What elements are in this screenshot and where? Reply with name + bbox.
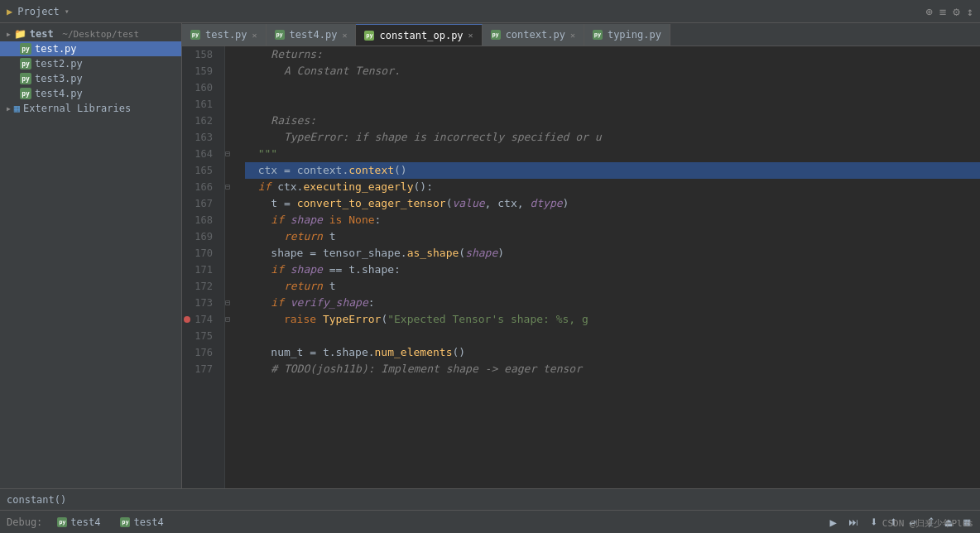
code-line-173: if verify_shape: bbox=[245, 295, 980, 311]
py-icon-debug1: py bbox=[57, 517, 67, 527]
tab-label: test4.py bbox=[290, 29, 338, 41]
code-line-174: raise TypeError("Expected Tensor's shape… bbox=[245, 311, 980, 328]
code-line-171: if shape == t.shape: bbox=[245, 262, 980, 278]
line-numbers: 158 159 160 161 162 163 164 165 166 167 … bbox=[182, 46, 225, 488]
fold-gutter: ⊟ ⊟ ⊟ ⊟ bbox=[225, 46, 238, 488]
debug-tab-test4-1[interactable]: py test4 bbox=[52, 511, 105, 533]
tabs-bar: py test.py ✕ py test4.py ✕ py constant_o… bbox=[182, 23, 980, 46]
code-line-172: return t bbox=[245, 278, 980, 295]
step-over-icon[interactable]: ⏭ bbox=[845, 515, 862, 530]
tab-label: context.py bbox=[506, 29, 565, 41]
debug-tab-test4-2[interactable]: py test4 bbox=[115, 511, 168, 533]
debug-tab-label2: test4 bbox=[133, 516, 163, 528]
root-folder-name: test bbox=[30, 28, 54, 40]
sidebar: ▶ 📁 test ~/Desktop/test py test.py py te… bbox=[0, 23, 182, 488]
sidebar-item-test-py[interactable]: py test.py bbox=[0, 41, 181, 56]
project-dropdown-icon[interactable]: ▾ bbox=[65, 7, 70, 16]
folder-icon: 📁 bbox=[14, 28, 26, 40]
top-action-icons: ⊕ ≡ ⚙ ↕ bbox=[925, 5, 973, 18]
tab-close-test-py[interactable]: ✕ bbox=[252, 31, 257, 40]
py-icon-tab3: py bbox=[364, 31, 374, 41]
py-icon-tab2: py bbox=[275, 30, 285, 40]
tab-label: test.py bbox=[205, 29, 247, 41]
sidebar-item-test3-py[interactable]: py test3.py bbox=[0, 71, 181, 86]
py-icon-debug2: py bbox=[120, 517, 130, 527]
settings-icon[interactable]: ⚙ bbox=[953, 5, 959, 18]
file-label: test2.py bbox=[35, 58, 83, 70]
code-line-164: """ bbox=[245, 146, 980, 162]
top-bar: ▶ Project ▾ ⊕ ≡ ⚙ ↕ bbox=[0, 0, 980, 23]
tab-context-py[interactable]: py context.py ✕ bbox=[483, 24, 584, 46]
py-icon-tab: py bbox=[190, 30, 200, 40]
resume-icon[interactable]: ▶ bbox=[827, 514, 840, 531]
split-icon[interactable]: ↕ bbox=[967, 5, 973, 18]
file-label: test.py bbox=[35, 43, 77, 55]
expand-icon: ▶ bbox=[7, 31, 11, 38]
py-icon-tab5: py bbox=[593, 30, 603, 40]
root-folder[interactable]: ▶ 📁 test ~/Desktop/test bbox=[0, 26, 181, 41]
code-line-160 bbox=[245, 79, 980, 96]
code-line-165: ctx = context.context() bbox=[245, 162, 980, 179]
code-line-168: if shape is None: bbox=[245, 212, 980, 228]
code-line-161 bbox=[245, 96, 980, 113]
tab-close-constant-op-py[interactable]: ✕ bbox=[468, 31, 473, 40]
tab-typing-py[interactable]: py typing.py bbox=[584, 24, 670, 46]
code-editor[interactable]: 158 159 160 161 162 163 164 165 166 167 … bbox=[182, 46, 980, 488]
code-line-169: return t bbox=[245, 228, 980, 245]
tab-constant-op-py[interactable]: py constant_op.py ✕ bbox=[356, 24, 482, 46]
external-libraries[interactable]: ▶ ▦ External Libraries bbox=[0, 101, 181, 116]
step-into-icon[interactable]: ⬇ bbox=[867, 512, 882, 531]
py-icon-test3: py bbox=[20, 73, 31, 84]
py-icon-test4: py bbox=[20, 88, 31, 99]
status-bar: constant() bbox=[0, 488, 980, 510]
tab-close-context-py[interactable]: ✕ bbox=[570, 31, 575, 40]
code-line-175 bbox=[245, 328, 980, 344]
code-line-167: t = convert_to_eager_tensor(value, ctx, … bbox=[245, 195, 980, 212]
tab-label: constant_op.py bbox=[379, 30, 463, 41]
py-icon-test2: py bbox=[20, 58, 31, 70]
main-area: ▶ 📁 test ~/Desktop/test py test.py py te… bbox=[0, 23, 980, 488]
sidebar-item-test2-py[interactable]: py test2.py bbox=[0, 56, 181, 71]
py-icon-test: py bbox=[20, 43, 31, 55]
watermark: CSDN @归来少年Plus bbox=[882, 517, 973, 530]
editor-area: py test.py ✕ py test4.py ✕ py constant_o… bbox=[182, 23, 980, 488]
expand-icon-ext: ▶ bbox=[7, 105, 11, 113]
code-line-177: # TODO(josh11b): Implement shape -> eage… bbox=[245, 361, 980, 377]
code-line-158: Returns: bbox=[245, 46, 980, 63]
project-label[interactable]: Project bbox=[17, 6, 60, 17]
debug-tab-label: test4 bbox=[70, 516, 100, 528]
debug-label: Debug: bbox=[7, 516, 42, 528]
code-line-162: Raises: bbox=[245, 113, 980, 129]
bar-chart-icon: ▦ bbox=[14, 103, 20, 114]
code-line-159: A Constant Tensor. bbox=[245, 63, 980, 79]
code-line-170: shape = tensor_shape.as_shape(shape) bbox=[245, 245, 980, 262]
code-line-166: if ctx.executing_eagerly(): bbox=[245, 179, 980, 195]
tab-test4-py[interactable]: py test4.py ✕ bbox=[267, 24, 357, 46]
file-label: test3.py bbox=[35, 73, 83, 84]
debugger-bar: Debug: py test4 py test4 ▶ ⏭ ⬇ ⬆ ↩ ⤴ ⏏ ▦ bbox=[0, 510, 980, 533]
function-name: constant() bbox=[7, 494, 66, 506]
add-icon[interactable]: ⊕ bbox=[925, 5, 932, 18]
tab-test-py[interactable]: py test.py ✕ bbox=[182, 24, 267, 46]
file-label: test4.py bbox=[35, 88, 83, 99]
sidebar-root: ▶ 📁 test ~/Desktop/test py test.py py te… bbox=[0, 23, 181, 119]
sidebar-item-test4-py[interactable]: py test4.py bbox=[0, 86, 181, 101]
py-icon-tab4: py bbox=[491, 30, 501, 40]
code-line-176: num_t = t.shape.num_elements() bbox=[245, 344, 980, 361]
code-content[interactable]: Returns: A Constant Tensor. Raises: bbox=[238, 46, 980, 488]
tab-close-test4-py[interactable]: ✕ bbox=[342, 31, 347, 40]
tab-label: typing.py bbox=[608, 29, 661, 41]
project-icon: ▶ bbox=[7, 6, 12, 17]
root-folder-path: ~/Desktop/test bbox=[57, 29, 139, 40]
external-lib-label: External Libraries bbox=[23, 103, 131, 114]
layout-icon[interactable]: ≡ bbox=[939, 5, 946, 18]
code-line-163: TypeError: if shape is incorrectly speci… bbox=[245, 129, 980, 146]
